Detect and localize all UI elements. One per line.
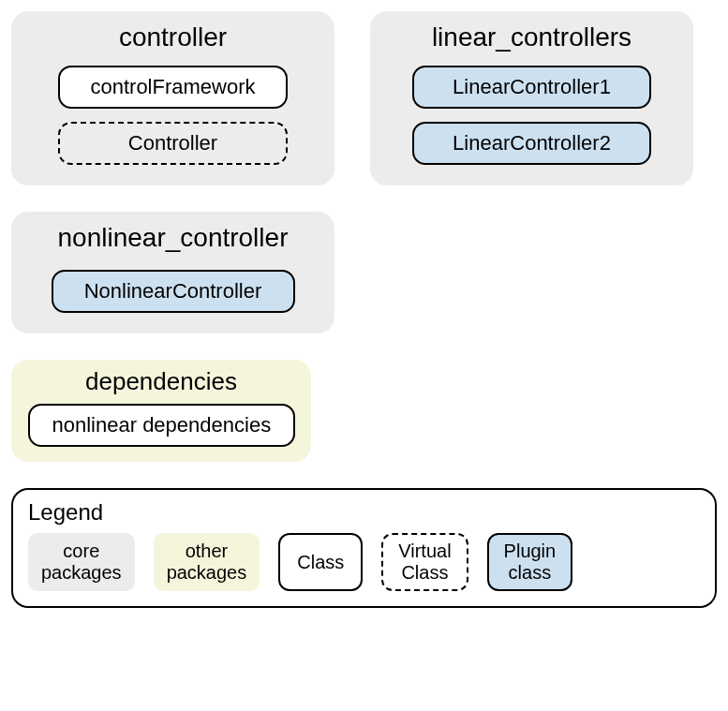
virtual-class-controller: Controller bbox=[58, 122, 288, 165]
class-controlframework: controlFramework bbox=[58, 66, 288, 109]
legend-plugin-class: Pluginclass bbox=[487, 533, 573, 591]
package-nonlinear-controller-title: nonlinear_controller bbox=[30, 223, 316, 253]
legend: Legend corepackages otherpackages Class … bbox=[11, 488, 717, 608]
package-dependencies-title: dependencies bbox=[26, 367, 296, 396]
row-mid: nonlinear_controller NonlinearController bbox=[11, 212, 717, 333]
package-nonlinear-controller: nonlinear_controller NonlinearController bbox=[11, 212, 334, 333]
package-dependencies: dependencies nonlinear dependencies bbox=[11, 360, 311, 462]
class-nonlinear-dependencies: nonlinear dependencies bbox=[28, 404, 295, 447]
legend-class: Class bbox=[278, 533, 363, 591]
package-controller: controller controlFramework Controller bbox=[11, 11, 334, 185]
legend-items: corepackages otherpackages Class Virtual… bbox=[28, 533, 700, 591]
row-deps: dependencies nonlinear dependencies bbox=[11, 360, 717, 462]
plugin-linearcontroller2: LinearController2 bbox=[412, 122, 651, 165]
package-linear-controllers-title: linear_controllers bbox=[389, 22, 675, 52]
legend-other-packages: otherpackages bbox=[154, 533, 260, 591]
plugin-nonlinearcontroller: NonlinearController bbox=[52, 270, 295, 313]
legend-virtual-class: VirtualClass bbox=[381, 533, 468, 591]
package-linear-controllers: linear_controllers LinearController1 Lin… bbox=[370, 11, 693, 185]
package-controller-title: controller bbox=[30, 22, 316, 52]
legend-core-packages: corepackages bbox=[28, 533, 135, 591]
legend-title: Legend bbox=[28, 499, 700, 526]
plugin-linearcontroller1: LinearController1 bbox=[412, 66, 651, 109]
row-top: controller controlFramework Controller l… bbox=[11, 11, 717, 185]
